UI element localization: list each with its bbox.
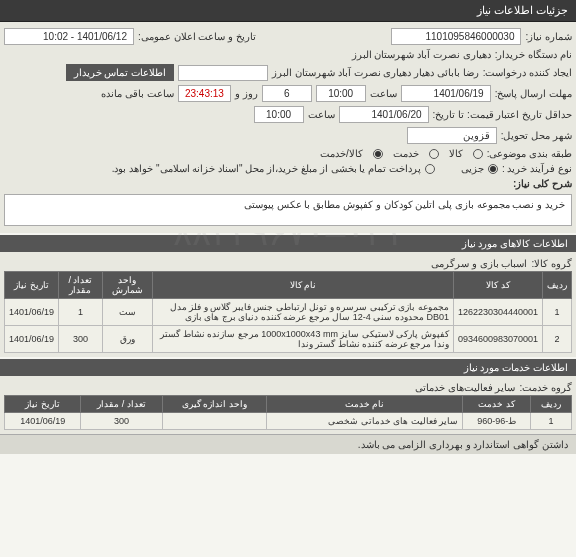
table-header: ردیف bbox=[543, 272, 572, 299]
table-header: تعداد / مقدار bbox=[81, 396, 162, 413]
table-header: تاریخ نیاز bbox=[5, 396, 81, 413]
table-header: واحد شمارش bbox=[102, 272, 152, 299]
table-cell: 1401/06/19 bbox=[5, 299, 59, 326]
table-cell: 1401/06/19 bbox=[5, 326, 59, 353]
table-header: کد خدمت bbox=[463, 396, 531, 413]
need-no-field: 1101095846000030 bbox=[391, 28, 521, 45]
table-header: تاریخ نیاز bbox=[5, 272, 59, 299]
pub-field: 1401/06/12 - 10:02 bbox=[4, 28, 134, 45]
need-no-label: شماره نیاز: bbox=[525, 31, 572, 42]
radio-purchase-note[interactable] bbox=[425, 164, 435, 174]
remain-label: ساعت باقی مانده bbox=[101, 88, 174, 99]
services-section-title: اطلاعات خدمات مورد نیاز bbox=[0, 359, 576, 376]
send-deadline-label: مهلت ارسال پاسخ: bbox=[495, 88, 572, 99]
table-row: 11262230304440001مجموعه بازی ترکیبی سرسر… bbox=[5, 299, 572, 326]
requester-label: ایجاد کننده درخواست: bbox=[483, 67, 572, 78]
services-group-value: سایر فعالیت‌های خدماتی bbox=[415, 382, 516, 393]
purchase-type-label: نوع فرآیند خرید : bbox=[502, 163, 572, 174]
radio-service[interactable] bbox=[429, 149, 439, 159]
table-header: تعداد / مقدار bbox=[59, 272, 103, 299]
table-cell: کفپوش پارکی لاستیکی سایز 1000x1000x43 mm… bbox=[152, 326, 453, 353]
table-cell: ط-96-960 bbox=[463, 413, 531, 430]
remain-time-field: 23:43:13 bbox=[178, 85, 231, 102]
validity-date-field[interactable]: 1401/06/20 bbox=[339, 106, 429, 123]
table-cell: 1 bbox=[531, 413, 572, 430]
table-cell: 300 bbox=[59, 326, 103, 353]
radio-both[interactable] bbox=[373, 149, 383, 159]
subject-radio-group: کالا خدمت کالا/خدمت bbox=[320, 148, 483, 159]
goods-table: ردیفکد کالانام کالاواحد شمارشتعداد / مقد… bbox=[4, 271, 572, 353]
subject-label: طبقه بندی موضوعی: bbox=[487, 148, 572, 159]
table-header: واحد اندازه گیری bbox=[162, 396, 266, 413]
goods-group-label: گروه کالا: bbox=[531, 258, 572, 269]
contact-button[interactable]: اطلاعات تماس خریدار bbox=[66, 64, 175, 81]
table-cell: 1401/06/19 bbox=[5, 413, 81, 430]
days-field: 6 bbox=[262, 85, 312, 102]
services-group-label: گروه خدمت: bbox=[519, 382, 572, 393]
requester-value: رضا بابائی دهیار دهیاری نصرت آباد شهرستا… bbox=[272, 67, 478, 78]
table-header: ردیف bbox=[531, 396, 572, 413]
radio-goods-label: کالا bbox=[449, 148, 463, 159]
table-cell: 2 bbox=[543, 326, 572, 353]
page-header: جزئیات اطلاعات نیاز bbox=[0, 0, 576, 22]
purchase-small-label: جزیی bbox=[461, 163, 484, 174]
goods-section-title: اطلاعات کالاهای مورد نیاز bbox=[0, 235, 576, 252]
buyer-label: نام دستگاه خریدار: bbox=[495, 49, 572, 60]
table-row: 1ط-96-960سایر فعالیت های خدماتی شخصی3001… bbox=[5, 413, 572, 430]
day-label: روز و bbox=[235, 88, 258, 99]
table-cell: 300 bbox=[81, 413, 162, 430]
radio-purchase-small[interactable] bbox=[488, 164, 498, 174]
table-cell: مجموعه بازی ترکیبی سرسره و تونل ارتباطی … bbox=[152, 299, 453, 326]
time-label-2: ساعت bbox=[308, 109, 335, 120]
table-cell bbox=[162, 413, 266, 430]
footer-note: داشتن گواهی استاندارد و بهرداری الزامی م… bbox=[0, 434, 576, 454]
table-cell: 0934600983070001 bbox=[453, 326, 542, 353]
radio-service-label: خدمت bbox=[393, 148, 419, 159]
table-cell: ست bbox=[102, 299, 152, 326]
table-row: 20934600983070001کفپوش پارکی لاستیکی سای… bbox=[5, 326, 572, 353]
validity-label: حداقل تاریخ اعتبار قیمت: تا تاریخ: bbox=[433, 109, 572, 120]
table-header: نام خدمت bbox=[267, 396, 463, 413]
table-header: کد کالا bbox=[453, 272, 542, 299]
purchase-note: پرداخت تمام یا بخشی از مبلغ خرید،از محل … bbox=[112, 163, 421, 174]
desc-box: خرید و نصب مجموعه بازی پلی اتلین کودکان … bbox=[4, 194, 572, 226]
delivery-city-label: شهر محل تحویل: bbox=[501, 130, 572, 141]
goods-group-value: اسباب بازی و سرگرمی bbox=[431, 258, 527, 269]
validity-time-field[interactable]: 10:00 bbox=[254, 106, 304, 123]
table-cell: 1262230304440001 bbox=[453, 299, 542, 326]
time-label-1: ساعت bbox=[370, 88, 397, 99]
desc-label: شرح کلی نیاز: bbox=[513, 178, 572, 189]
send-date-field[interactable]: 1401/06/19 bbox=[401, 85, 491, 102]
requester-extra-field[interactable] bbox=[178, 65, 268, 81]
table-cell: 1 bbox=[543, 299, 572, 326]
radio-goods[interactable] bbox=[473, 149, 483, 159]
delivery-city-field: قزوین bbox=[407, 127, 497, 144]
table-cell: 1 bbox=[59, 299, 103, 326]
pub-label: تاریخ و ساعت اعلان عمومی: bbox=[138, 31, 256, 42]
table-header: نام کالا bbox=[152, 272, 453, 299]
radio-both-label: کالا/خدمت bbox=[320, 148, 363, 159]
buyer-value: دهیاری نصرت آباد شهرستان البرز bbox=[352, 49, 491, 60]
table-cell: سایر فعالیت های خدماتی شخصی bbox=[267, 413, 463, 430]
services-table: ردیفکد خدمتنام خدمتواحد اندازه گیریتعداد… bbox=[4, 395, 572, 430]
table-cell: ورق bbox=[102, 326, 152, 353]
send-time-field[interactable]: 10:00 bbox=[316, 85, 366, 102]
